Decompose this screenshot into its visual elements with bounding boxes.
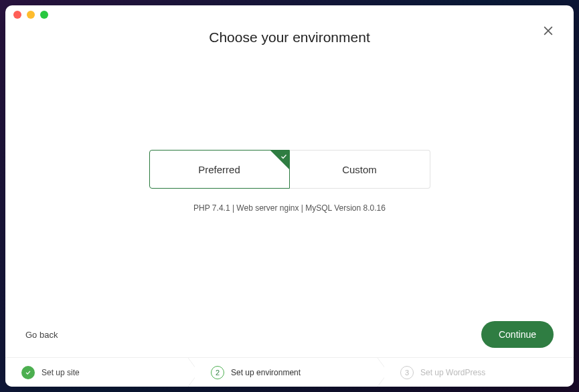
option-preferred-label: Preferred xyxy=(198,164,240,175)
step-setup-environment: 2 Set up environment xyxy=(195,358,384,387)
continue-button[interactable]: Continue xyxy=(481,321,554,348)
selected-check-icon xyxy=(270,151,289,169)
option-preferred[interactable]: Preferred xyxy=(149,150,290,189)
close-icon[interactable] xyxy=(542,24,555,40)
environment-option-group: Preferred Custom xyxy=(149,150,430,189)
main-content: Preferred Custom PHP 7.4.1 | Web server … xyxy=(5,45,574,317)
step-done-check-icon xyxy=(21,366,35,379)
step-label: Set up environment xyxy=(231,368,301,377)
step-label: Set up site xyxy=(42,368,80,377)
step-setup-wordpress: 3 Set up WordPress xyxy=(384,358,574,387)
step-setup-site: Set up site xyxy=(5,358,195,387)
option-custom-label: Custom xyxy=(342,164,377,175)
footer-row: Go back Continue xyxy=(5,317,574,357)
page-title: Choose your environment xyxy=(5,29,574,45)
titlebar xyxy=(5,5,574,24)
go-back-button[interactable]: Go back xyxy=(25,330,58,340)
step-number-icon: 3 xyxy=(400,366,414,379)
steps-bar: Set up site 2 Set up environment 3 Set u… xyxy=(5,357,574,387)
step-number-icon: 2 xyxy=(211,366,224,379)
window-close-dot[interactable] xyxy=(13,11,21,19)
window-minimize-dot[interactable] xyxy=(27,11,35,19)
window-maximize-dot[interactable] xyxy=(40,11,48,19)
app-window: Choose your environment Preferred Custom… xyxy=(5,5,574,387)
environment-spec-line: PHP 7.4.1 | Web server nginx | MySQL Ver… xyxy=(193,203,386,213)
option-custom[interactable]: Custom xyxy=(290,150,430,189)
step-label: Set up WordPress xyxy=(420,368,485,377)
